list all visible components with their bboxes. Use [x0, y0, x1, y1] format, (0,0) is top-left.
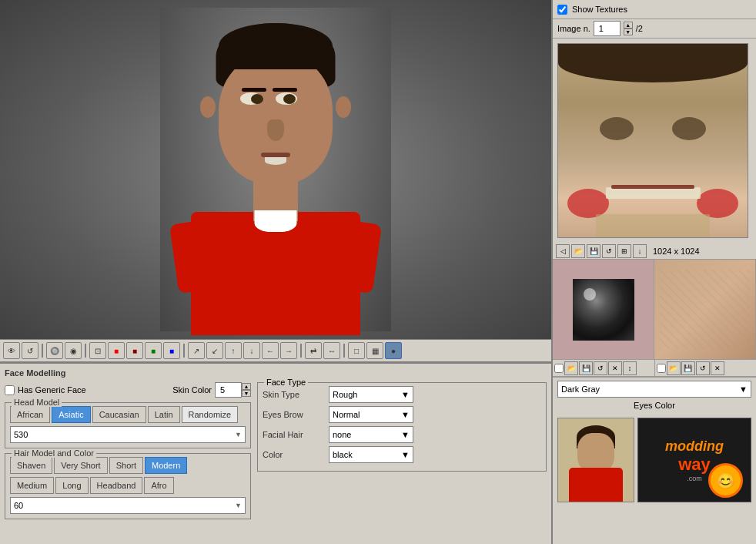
face-btn[interactable]: ◉: [65, 342, 82, 359]
very-short-btn[interactable]: Very Short: [54, 457, 107, 474]
color-dropdown[interactable]: black ▼: [329, 446, 413, 463]
eyes-color-dropdown[interactable]: Dark Gray ▼: [557, 381, 751, 398]
thumb-btn-5[interactable]: ↕: [623, 361, 637, 375]
eye-toggle-btn[interactable]: 👁: [3, 342, 20, 359]
image-num-spinner[interactable]: ▲ ▼: [624, 22, 633, 35]
show-textures-checkbox[interactable]: [557, 5, 567, 15]
active-mode-btn[interactable]: ●: [385, 342, 402, 359]
thumb-btn-2[interactable]: 💾: [579, 361, 593, 375]
thumb-toolbars-row: 📂 💾 ↺ ✕ ↕ 📂 💾 ↺ ✕: [553, 360, 756, 378]
arrow-down-btn[interactable]: ↓: [243, 342, 260, 359]
eyes-brow-dropdown[interactable]: Normal ▼: [329, 406, 413, 423]
tex-btn-5[interactable]: ⊞: [617, 244, 631, 258]
hair-row2-btn-group: Medium Long Headband Afro: [10, 477, 246, 494]
color-row: Color black ▼: [263, 446, 541, 463]
face-type-group: Face Type Skin Type Rough ▼ Eyes Brow: [257, 382, 547, 472]
eyes-brow-row: Eyes Brow Normal ▼: [263, 406, 541, 423]
arrow-down-left-btn[interactable]: ↙: [206, 342, 223, 359]
moddingway-logo: modding way .com 😊: [637, 418, 751, 502]
blue-btn[interactable]: ■: [163, 342, 180, 359]
asiatic-btn[interactable]: Asiatic: [52, 406, 90, 423]
toolbar-sep-5: [343, 344, 345, 358]
thumb-btn-7[interactable]: 💾: [681, 361, 695, 375]
skin-color-row: Skin Color ▲ ▼: [172, 382, 251, 398]
african-btn[interactable]: African: [10, 406, 50, 423]
export-empty-btn[interactable]: □: [348, 342, 365, 359]
main-toolbar: 👁 ↺ 🔘 ◉ ⊡ ■ ■ ■ ■ ↗ ↙ ↑ ↓ ← → ⇄ ↔ □ ▦ ●: [0, 339, 551, 362]
head-model-dropdown[interactable]: 530 ▼: [10, 426, 246, 443]
skin-color-up[interactable]: ▲: [242, 383, 251, 390]
tex-btn-3[interactable]: 💾: [587, 244, 600, 258]
player-thumbnail: [557, 418, 634, 502]
thumb-btn-4[interactable]: ✕: [608, 361, 622, 375]
long-btn[interactable]: Long: [55, 477, 88, 494]
right-controls: Face Type Skin Type Rough ▼ Eyes Brow: [257, 382, 547, 524]
rotate-btn[interactable]: ↺: [22, 342, 38, 359]
facial-hair-row: Facial Hair none ▼: [263, 426, 541, 443]
show-textures-bar: Show Textures: [553, 0, 756, 19]
has-generic-face-checkbox[interactable]: [5, 385, 15, 395]
export-grid-btn[interactable]: ▦: [366, 342, 383, 359]
skin-color-down[interactable]: ▼: [242, 390, 251, 397]
thumb-btn-8[interactable]: ↺: [696, 361, 710, 375]
hair-model-dropdown[interactable]: 60 ▼: [10, 497, 246, 514]
thumb-check-1[interactable]: [554, 364, 564, 373]
arrow-up-right-btn[interactable]: ↗: [188, 342, 205, 359]
thumb-btn-9[interactable]: ✕: [711, 361, 724, 375]
skin-color-spinner[interactable]: ▲ ▼: [242, 383, 251, 397]
thumb-btn-3[interactable]: ↺: [594, 361, 607, 375]
facial-hair-dropdown[interactable]: none ▼: [329, 426, 413, 443]
latin-btn[interactable]: Latin: [148, 406, 180, 423]
swap-btn[interactable]: ⇄: [305, 342, 322, 359]
thumb-check-2[interactable]: [657, 364, 666, 373]
shaven-btn[interactable]: Shaven: [10, 457, 52, 474]
short-btn[interactable]: Short: [109, 457, 143, 474]
skin-thumbnail: [654, 260, 756, 359]
arrow-right-btn[interactable]: →: [280, 342, 297, 359]
has-generic-face-label[interactable]: Has Generic Face: [5, 385, 86, 395]
arrow-up-btn[interactable]: ↑: [225, 342, 242, 359]
texture-toolbar: ◁ 📂 💾 ↺ ⊞ ↓ 1024 x 1024: [553, 243, 756, 260]
expand-btn[interactable]: ↔: [323, 342, 340, 359]
headband-btn[interactable]: Headband: [90, 477, 143, 494]
toolbar-sep-1: [42, 344, 43, 358]
hair-model-group: Hair Model and Color Shaven Very Short S…: [5, 453, 251, 519]
image-num-down[interactable]: ▼: [624, 29, 633, 35]
image-n-label: Image n.: [557, 24, 590, 33]
tool-box-btn[interactable]: ⊡: [89, 342, 106, 359]
watermark-area: modding way .com 😊: [553, 413, 756, 505]
tex-btn-4[interactable]: ↺: [602, 244, 616, 258]
image-num-up[interactable]: ▲: [624, 22, 633, 29]
viewport: 👁 ↺ 🔘 ◉ ⊡ ■ ■ ■ ■ ↗ ↙ ↑ ↓ ← → ⇄ ↔ □ ▦ ●: [0, 0, 551, 544]
caucasian-btn[interactable]: Caucasian: [92, 406, 146, 423]
modern-btn[interactable]: Modern: [145, 457, 187, 474]
red-btn-1[interactable]: ■: [108, 342, 125, 359]
panel-title: Face Modelling: [5, 368, 547, 378]
color-arrow: ▼: [401, 450, 410, 459]
generic-face-row: Has Generic Face Skin Color ▲ ▼: [5, 382, 251, 398]
red-btn-2[interactable]: ■: [126, 342, 143, 359]
randomize-btn[interactable]: Randomize: [182, 406, 239, 423]
face-texture-display: [557, 43, 748, 238]
head-btn[interactable]: 🔘: [46, 342, 63, 359]
eyes-brow-arrow: ▼: [401, 410, 410, 419]
arrow-left-btn[interactable]: ←: [262, 342, 279, 359]
tex-btn-6[interactable]: ↓: [633, 244, 647, 258]
tex-btn-1[interactable]: ◁: [556, 244, 570, 258]
medium-btn[interactable]: Medium: [10, 477, 54, 494]
green-btn[interactable]: ■: [145, 342, 162, 359]
image-num-input[interactable]: [594, 21, 621, 36]
skin-type-dropdown[interactable]: Rough ▼: [329, 386, 413, 403]
eyes-color-row: Dark Gray ▼: [553, 378, 756, 401]
skin-type-arrow: ▼: [401, 390, 410, 399]
afro-btn[interactable]: Afro: [144, 477, 173, 494]
head-model-btn-group: African Asiatic Caucasian Latin Randomiz…: [10, 406, 246, 423]
3d-render-area: [0, 0, 551, 339]
skin-color-input[interactable]: [215, 382, 242, 398]
facial-hair-arrow: ▼: [401, 430, 410, 439]
tex-btn-2[interactable]: 📂: [571, 244, 585, 258]
thumb-btn-6[interactable]: 📂: [667, 361, 681, 375]
image-total-label: /2: [636, 24, 643, 33]
thumb-btn-1[interactable]: 📂: [564, 361, 578, 375]
right-panel: Show Textures Image n. ▲ ▼ /2: [551, 0, 756, 544]
